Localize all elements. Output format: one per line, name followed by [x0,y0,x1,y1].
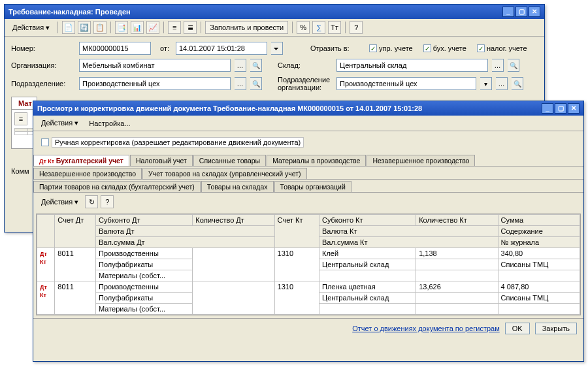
titlebar-2[interactable]: Просмотр и корректировка движений докуме… [33,101,583,116]
th-valsum-kt[interactable]: Вал.сумма Кт [319,237,498,248]
podr-label: Подразделение: [11,80,75,88]
tab-nezav-1[interactable]: Незавершенное производство [367,155,475,166]
settings-menu[interactable]: Настройка... [85,118,134,129]
tab-buh[interactable]: Дт Кт Бухгалтерский учет [33,155,129,166]
grid-actions-menu[interactable]: Действия ▾ [37,197,82,208]
tool-icon-5[interactable]: 📊 [131,21,144,34]
sklad-search-icon[interactable]: 🔍 [508,59,519,72]
tabs-row-3: Партии товаров на складах (бухгалтерский… [33,180,583,193]
date-input[interactable]: 14.01.2007 15:01:28 [176,42,267,55]
report-link[interactable]: Отчет о движениях документа по регистрам [352,325,500,332]
podr-search-icon[interactable]: 🔍 [250,77,262,90]
entry-icon: Дт Кт [40,284,47,298]
tool-icon-9[interactable]: % [297,21,310,34]
tool-icon-1[interactable]: 📄 [62,21,75,34]
tab-uchet-upr[interactable]: Учет товаров на складах (управленческий … [142,168,307,179]
tabs-row-1: Дт Кт Бухгалтерский учет Налоговый учет … [33,153,583,167]
tabs-row-2: Незавершенное производство Учет товаров … [33,167,583,180]
tool-icon-6[interactable]: 📈 [146,21,159,34]
close-icon[interactable]: ✕ [529,7,540,17]
th-subk-kt[interactable]: Субконто Кт [319,215,416,226]
help-icon[interactable]: ? [350,21,363,34]
reflect-label: Отразить в: [310,44,365,52]
sklad-label: Склад: [278,61,333,69]
chk-upr[interactable]: ✓ [369,44,377,52]
window-movements: Просмотр и корректировка движений докуме… [33,101,584,362]
tab-mat-prod[interactable]: Материалы в производстве [267,155,366,166]
th-kol-kt[interactable]: Количество Кт [416,215,498,226]
chk-buh-label: бух. учете [433,44,466,52]
podr-org-ellipsis-icon[interactable]: … [496,77,508,90]
tab-nal[interactable]: Налоговый учет [130,155,193,166]
minimize-icon-2[interactable]: _ [542,103,553,114]
podr-org-dropdown-icon[interactable]: ▾ [480,77,492,90]
ok-button[interactable]: OK [505,323,530,334]
podr-org-search-icon[interactable]: 🔍 [512,77,523,90]
fill-post-button[interactable]: Заполнить и провести [205,21,288,34]
chk-upr-label: упр. учете [379,44,413,52]
chk-buh[interactable]: ✓ [423,44,431,52]
actions-menu-2[interactable]: Действия ▾ [37,118,82,129]
tool-icon-3[interactable]: 📋 [93,21,106,34]
grid-toolbar: Действия ▾ ↻ ? [33,193,583,211]
th-summa[interactable]: Сумма [498,215,580,226]
number-input[interactable]: МК000000015 [79,42,151,55]
th-jrn[interactable]: № журнала [498,237,580,248]
close-button[interactable]: Закрыть [535,323,577,334]
date-picker-icon[interactable]: ⏷ [271,42,283,55]
maximize-icon-2[interactable]: ▢ [555,103,566,114]
refresh-icon[interactable]: ↻ [85,195,98,208]
sklad-ellipsis-icon[interactable]: … [492,59,504,72]
th-schet-kt[interactable]: Счет Кт [274,215,319,248]
tool-icon-2[interactable]: 🔄 [78,21,91,34]
minimize-icon[interactable]: _ [502,7,514,17]
tab-tov-skl[interactable]: Товары на складах [201,181,274,192]
close-icon-2[interactable]: ✕ [568,103,580,114]
sklad-input[interactable]: Центральный склад [336,59,488,72]
tool-icon-11[interactable]: Tт [328,21,341,34]
table-row[interactable]: Дт Кт 8011 Производственны 1310 Клей 1,1… [37,248,580,259]
th-subk-dt[interactable]: Субконто Дт [96,215,193,226]
entries-grid: Счет Дт Субконто Дт Количество Дт Счет К… [36,214,581,315]
tab-spis[interactable]: Списанные товары [193,155,266,166]
tab-partii[interactable]: Партии товаров на складах (бухгалтерский… [33,181,201,192]
org-ellipsis-icon[interactable]: … [235,59,246,72]
th-kol-dt[interactable]: Количество Дт [193,215,274,226]
podr-input[interactable]: Производственный цех [79,77,231,90]
podr-ellipsis-icon[interactable]: … [235,77,246,90]
grid-help-icon[interactable]: ? [101,195,114,208]
grid-tool-icon[interactable]: ≡ [14,112,27,125]
tool-icon-8[interactable]: ≣ [184,21,197,34]
manual-edit-checkbox[interactable] [41,138,49,146]
podr-org-label: Подразделение организации: [278,76,333,91]
entry-icon: Дт Кт [40,251,47,265]
manual-edit-label: Ручная корректировка (разрешает редактир… [52,137,304,148]
th-icon [37,215,55,248]
table-row[interactable]: Дт Кт 8011 Производственны 1310 Пленка ц… [37,281,580,293]
table-row[interactable] [15,132,28,135]
podr-org-input[interactable]: Производственный цех [336,77,476,90]
tab-nezav-2[interactable]: Незавершенное производство [33,168,142,179]
maximize-icon[interactable]: ▢ [515,7,527,17]
org-search-icon[interactable]: 🔍 [250,59,262,72]
th-val-kt[interactable]: Валюта Кт [319,226,498,237]
bottom-bar: Отчет о движениях документа по регистрам… [33,318,583,338]
th-val-dt[interactable]: Валюта Дт [96,226,275,237]
toolbar-2: Действия ▾ Настройка... [33,116,583,131]
tool-icon-4[interactable]: 📑 [115,21,128,34]
th-soder[interactable]: Содержание [498,226,580,237]
th-schet-dt[interactable]: Счет Дт [55,215,96,248]
org-label: Организация: [11,61,75,69]
tab-tov-org[interactable]: Товары организаций [274,181,351,192]
chk-nal-label: налог. учете [487,44,527,52]
title-2: Просмотр и корректировка движений докуме… [37,101,422,116]
tool-icon-10[interactable]: ∑ [312,21,325,34]
actions-menu[interactable]: Действия ▾ [8,22,54,33]
title-1: Требование-накладная: Проведен [8,5,131,19]
org-input[interactable]: Мебельный комбинат [79,59,231,72]
from-label: от: [160,44,169,52]
chk-nal[interactable]: ✓ [477,44,485,52]
titlebar-1[interactable]: Требование-накладная: Проведен _ ▢ ✕ [5,5,544,19]
th-valsum-dt[interactable]: Вал.сумма Дт [96,237,275,248]
tool-icon-7[interactable]: ≡ [168,21,181,34]
